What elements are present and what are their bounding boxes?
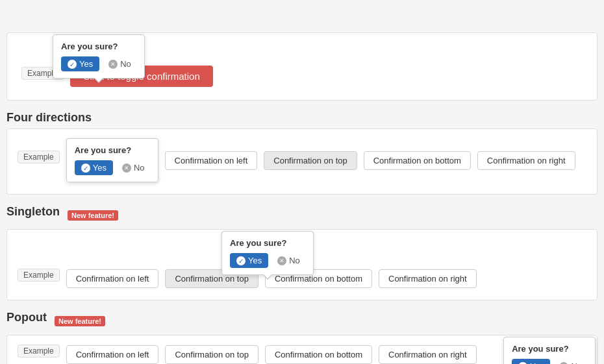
times-icon bbox=[277, 256, 286, 265]
four-dir-no-button[interactable]: No bbox=[117, 160, 150, 175]
singleton-btn-3[interactable]: Confirmation on right bbox=[379, 269, 477, 288]
four-dir-btn-3[interactable]: Confirmation on right bbox=[477, 151, 575, 170]
popout-buttons-row: Example Confirmation on left Confirmatio… bbox=[18, 345, 586, 364]
singleton-no-button[interactable]: No bbox=[272, 253, 305, 268]
section-four-directions: Four directions Example Are you sure? Ye… bbox=[6, 111, 598, 195]
singleton-popover: Are you sure? Yes No bbox=[221, 231, 314, 275]
popout-btn-2[interactable]: Confirmation on bottom bbox=[265, 345, 372, 364]
singleton-title: Singleton bbox=[6, 205, 60, 219]
check-icon bbox=[81, 164, 90, 173]
check-icon bbox=[68, 60, 77, 69]
four-dir-btn-0[interactable]: Confirmation on left bbox=[165, 151, 258, 170]
four-dir-popover-title: Are you sure? bbox=[75, 145, 150, 155]
four-dir-yes-button[interactable]: Yes bbox=[75, 160, 113, 175]
singleton-example-label: Example bbox=[18, 269, 60, 282]
singleton-yes-button[interactable]: Yes bbox=[230, 253, 268, 268]
four-directions-box: Example Are you sure? Yes No bbox=[6, 128, 598, 195]
popout-right-title: Are you sure? bbox=[512, 344, 587, 354]
singleton-box: Are you sure? Yes No Exam bbox=[6, 229, 598, 300]
yes-button[interactable]: Yes bbox=[61, 56, 99, 71]
section-toggle: Are you sure? Yes No Example Click to to… bbox=[6, 32, 598, 101]
popout-right-yes[interactable]: Yes bbox=[512, 359, 550, 364]
popout-box: Example Confirmation on left Confirmatio… bbox=[6, 335, 598, 364]
section-singleton: Singleton New feature! Are you sure? Yes… bbox=[6, 205, 598, 300]
section-popout: Popout New feature! Example Confirmation… bbox=[6, 311, 598, 364]
toggle-popover: Are you sure? Yes No bbox=[53, 34, 145, 79]
popover-title: Are you sure? bbox=[61, 42, 136, 51]
singleton-badge: New feature! bbox=[68, 210, 118, 221]
times-icon bbox=[108, 60, 118, 69]
four-dir-example-label: Example bbox=[18, 151, 60, 164]
popout-badge: New feature! bbox=[55, 316, 105, 326]
singleton-btn-0[interactable]: Confirmation on left bbox=[66, 269, 159, 288]
popout-right-popover: Are you sure? Yes No bbox=[503, 337, 596, 364]
singleton-popover-title: Are you sure? bbox=[230, 238, 305, 248]
times-icon bbox=[559, 362, 568, 365]
popout-example-label: Example bbox=[18, 345, 60, 358]
times-icon bbox=[122, 164, 131, 173]
popout-btn-0[interactable]: Confirmation on left bbox=[66, 345, 159, 364]
popout-btn-1[interactable]: Confirmation on top bbox=[165, 345, 258, 364]
check-icon bbox=[236, 256, 245, 265]
four-dir-btn-2[interactable]: Confirmation on bottom bbox=[364, 151, 471, 170]
four-dir-popover-wrapper: Are you sure? Yes No bbox=[66, 138, 158, 182]
popout-btn-3[interactable]: Confirmation on right bbox=[379, 345, 477, 364]
four-directions-title: Four directions bbox=[6, 111, 92, 124]
check-icon bbox=[518, 362, 527, 365]
popout-right-no[interactable]: No bbox=[554, 359, 587, 364]
popout-title: Popout bbox=[6, 311, 47, 324]
no-button[interactable]: No bbox=[103, 56, 136, 71]
four-dir-btn-1[interactable]: Confirmation on top bbox=[264, 151, 357, 170]
